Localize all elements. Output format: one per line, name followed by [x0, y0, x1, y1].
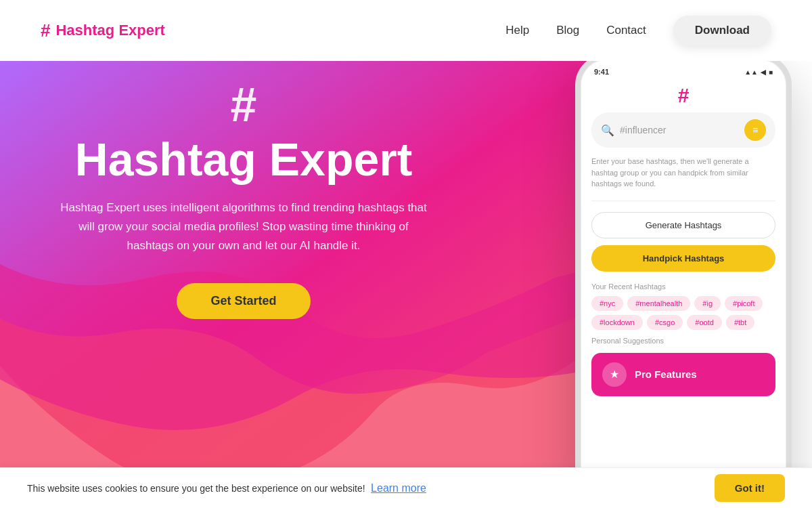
- personal-suggestions-label: Personal Suggestions: [591, 337, 775, 345]
- search-icon: 🔍: [601, 124, 614, 137]
- nav-blog[interactable]: Blog: [556, 24, 579, 37]
- nav-help[interactable]: Help: [505, 24, 529, 37]
- handpick-hashtags-button[interactable]: Handpick Hashtags: [591, 245, 775, 272]
- star-icon: ★: [610, 368, 619, 381]
- helper-text: Enter your base hashtags, then we'll gen…: [591, 156, 775, 190]
- tag-ig[interactable]: #ig: [694, 296, 721, 311]
- recent-tags-container: #nyc #mentalhealth #ig #picoft #lockdown…: [591, 296, 775, 330]
- tag-lockdown[interactable]: #lockdown: [591, 315, 643, 330]
- hero-hash-decoration: #: [54, 81, 433, 129]
- wifi-icon: ◀: [761, 68, 766, 76]
- cookie-banner: This website uses cookies to ensure you …: [0, 467, 812, 508]
- battery-icon: ■: [769, 68, 773, 76]
- signal-icon: ▲▲: [744, 68, 758, 76]
- hero-description: Hashtag Expert uses intelligent algorith…: [54, 198, 433, 255]
- search-input-value[interactable]: #influencer: [620, 125, 739, 135]
- hero-title: Hashtag Expert: [54, 135, 433, 184]
- hero-content: # Hashtag Expert Hashtag Expert uses int…: [54, 81, 433, 319]
- generate-hashtags-button[interactable]: Generate Hashtags: [591, 212, 775, 238]
- hashtag-search-bar[interactable]: 🔍 #influencer ≡: [591, 112, 775, 148]
- status-time: 9:41: [594, 68, 609, 76]
- app-hash-logo: #: [678, 84, 690, 107]
- tag-picoft[interactable]: #picoft: [725, 296, 763, 311]
- pro-features-title: Pro Features: [635, 368, 697, 380]
- phone-mockup: 9:41 ▲▲ ◀ ■ # 🔍 #influencer ≡ Ente: [575, 61, 798, 508]
- recent-hashtags-label: Your Recent Hashtags: [591, 282, 775, 291]
- tag-ootd[interactable]: #ootd: [687, 315, 722, 330]
- hero-cta-button[interactable]: Get Started: [177, 283, 310, 319]
- tag-nyc[interactable]: #nyc: [591, 296, 623, 311]
- status-icons: ▲▲ ◀ ■: [744, 68, 773, 76]
- divider: [591, 200, 775, 201]
- app-logo-area: #: [581, 76, 786, 112]
- filter-button[interactable]: ≡: [744, 119, 766, 141]
- cookie-text: This website uses cookies to ensure you …: [27, 483, 365, 494]
- phone-frame: 9:41 ▲▲ ◀ ■ # 🔍 #influencer ≡ Ente: [575, 61, 792, 501]
- logo-hash-icon: #: [41, 20, 50, 41]
- nav-download-button[interactable]: Download: [673, 16, 771, 45]
- pro-features-row[interactable]: ★ Pro Features: [591, 353, 775, 396]
- logo-text: Hashtag Expert: [55, 22, 164, 39]
- cookie-message: This website uses cookies to ensure you …: [27, 482, 426, 494]
- site-header: # Hashtag Expert Help Blog Contact Downl…: [0, 0, 812, 61]
- phone-status-bar: 9:41 ▲▲ ◀ ■: [581, 61, 786, 76]
- filter-icon: ≡: [752, 125, 758, 135]
- nav-contact[interactable]: Contact: [606, 24, 646, 37]
- hero-section: # Hashtag Expert Hashtag Expert uses int…: [0, 61, 812, 508]
- tag-mentalhealth[interactable]: #mentalhealth: [627, 296, 690, 311]
- cookie-accept-button[interactable]: Got it!: [715, 474, 785, 502]
- tag-tbt[interactable]: #tbt: [726, 315, 754, 330]
- main-nav: Help Blog Contact Download: [505, 16, 771, 45]
- pro-icon: ★: [602, 362, 627, 387]
- tag-csgo[interactable]: #csgo: [647, 315, 683, 330]
- logo[interactable]: # Hashtag Expert: [41, 20, 165, 41]
- cookie-learn-more-link[interactable]: Learn more: [371, 482, 426, 494]
